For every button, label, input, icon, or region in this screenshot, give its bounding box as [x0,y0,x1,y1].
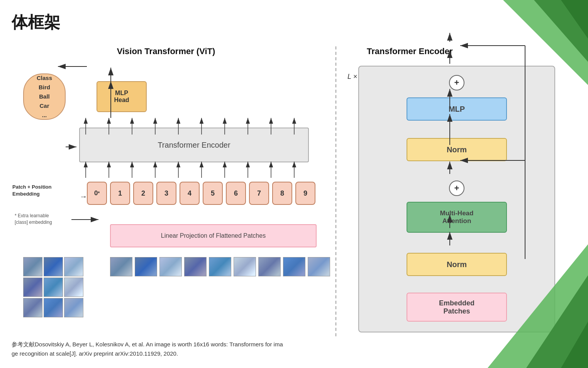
page-title: 体框架 [12,12,60,33]
patch-token-0: 0* [87,182,107,205]
plus-circle-middle: + [449,181,464,196]
flat-patch-1 [110,257,132,276]
img-patch-orig-7 [23,298,42,317]
norm-top-block: Norm [407,138,507,161]
reference-line2: ge recognition at scale[J]. arXiv prepri… [12,349,283,358]
class-items: Bird [39,83,50,92]
mlp-head-label-1: MLP [115,90,128,97]
arrow-label: → [80,192,87,201]
original-image-patches [23,257,83,317]
te-title: Transformer Encoder [367,46,453,56]
extra-learnable-label: * Extra learnable[class] embedding [15,213,52,226]
flattened-image-patches [110,257,330,276]
transformer-encoder-label: Transformer Encoder [158,141,230,150]
img-patch-orig-4 [23,278,42,297]
flat-patch-3 [159,257,182,276]
img-patch-orig-3 [64,257,83,276]
decorative-bottom-right [441,244,588,368]
reference-line1: 参考文献Dosovitskiy A, Beyer L, Kolesnikov A… [12,340,283,349]
patch-token-7: 7 [249,182,269,205]
patch-token-8: 8 [272,182,292,205]
flat-patch-5 [209,257,231,276]
patch-tokens-row: 0* 1 2 3 4 5 6 7 8 9 [87,182,315,205]
patch-token-2: 2 [133,182,153,205]
flat-patch-8 [283,257,305,276]
flat-patch-7 [258,257,281,276]
img-patch-orig-1 [23,257,42,276]
vit-title: Vision Transformer (ViT) [89,46,243,56]
patch-token-4: 4 [180,182,200,205]
img-patch-orig-5 [44,278,63,297]
patch-pos-label: Patch + PositionEmbedding [12,184,52,198]
transformer-encoder-box: Transformer Encoder [79,128,309,162]
mlp-head-box: MLP Head [97,81,147,112]
class-label: Class [37,73,52,83]
patch-token-1: 1 [110,182,130,205]
img-patch-orig-9 [64,298,83,317]
decorative-top-right [464,0,588,85]
plus-circle-top: + [449,75,464,90]
img-patch-orig-8 [44,298,63,317]
linear-proj-box: Linear Projection of Flattened Patches [110,224,317,247]
patch-token-6: 6 [226,182,246,205]
img-patch-orig-6 [64,278,83,297]
img-patch-orig-2 [44,257,63,276]
flat-patch-2 [135,257,157,276]
patch-token-9: 9 [295,182,315,205]
mha-block: Multi-HeadAttention [407,202,507,233]
linear-proj-label: Linear Projection of Flattened Patches [161,232,266,239]
lx-label: L × [347,73,357,81]
mlp-head-label-2: Head [114,97,129,104]
patch-token-3: 3 [156,182,176,205]
reference-text: 参考文献Dosovitskiy A, Beyer L, Kolesnikov A… [12,340,283,358]
patch-token-5: 5 [203,182,223,205]
flat-patch-6 [234,257,256,276]
flat-patch-9 [308,257,330,276]
class-box: Class Bird Ball Car ... [23,73,66,120]
mlp-block: MLP [407,97,507,121]
vit-diagram: Vision Transformer (ViT) Class Bird Ball… [12,46,332,340]
flat-patch-4 [184,257,207,276]
